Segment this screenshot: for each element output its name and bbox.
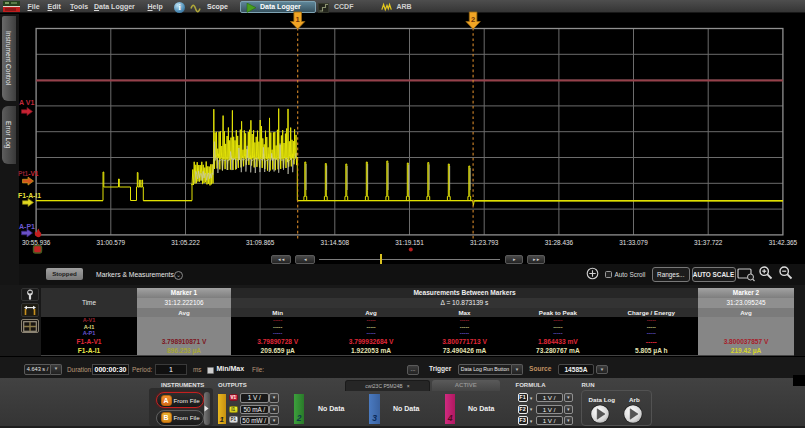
svg-text:31:37.722: 31:37.722 [694, 239, 723, 246]
svg-text:31:28.436: 31:28.436 [545, 239, 574, 246]
svg-text:Pt1-V1: Pt1-V1 [18, 170, 39, 177]
svg-text:31:42.365: 31:42.365 [769, 239, 798, 246]
svg-text:31:05.222: 31:05.222 [171, 239, 200, 246]
svg-text:F1-A-I1: F1-A-I1 [18, 192, 41, 199]
svg-text:31:33.079: 31:33.079 [619, 239, 648, 246]
svg-text:31:23.793: 31:23.793 [470, 239, 499, 246]
svg-text:2: 2 [471, 15, 475, 24]
svg-text:31:00.579: 31:00.579 [97, 239, 126, 246]
svg-text:31:14.508: 31:14.508 [321, 239, 350, 246]
svg-text:A V1: A V1 [19, 99, 34, 106]
svg-text:1: 1 [296, 15, 300, 24]
svg-text:A-P1: A-P1 [19, 223, 35, 230]
svg-text:31:19.151: 31:19.151 [395, 239, 424, 246]
svg-text:31:09.865: 31:09.865 [246, 239, 275, 246]
